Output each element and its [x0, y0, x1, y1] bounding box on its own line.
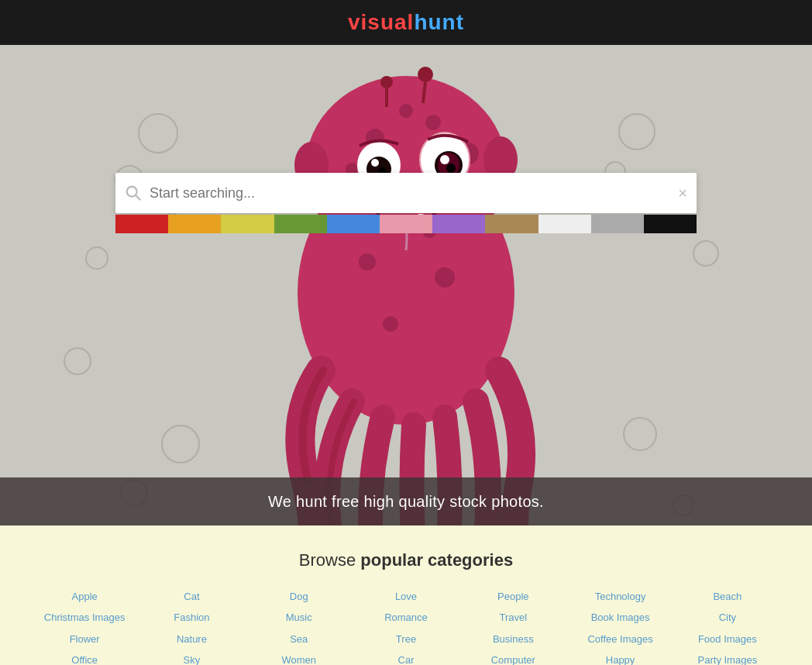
category-link[interactable]: Apple [31, 587, 138, 605]
heading-normal: Browse [299, 550, 360, 570]
category-link[interactable]: Sky [138, 651, 245, 665]
category-link[interactable]: Fashion [138, 608, 245, 626]
category-link[interactable]: Music [246, 608, 353, 626]
category-link[interactable]: Book Images [566, 608, 673, 626]
bubble-decoration [623, 417, 657, 451]
swatch-green[interactable] [274, 215, 327, 233]
svg-point-26 [380, 76, 393, 88]
category-link[interactable]: Sea [246, 630, 353, 648]
swatch-black[interactable] [644, 215, 697, 233]
swatch-orange[interactable] [168, 215, 221, 233]
svg-point-9 [383, 316, 398, 332]
swatch-pink[interactable] [380, 215, 432, 233]
category-link[interactable]: Romance [353, 608, 459, 626]
site-header: visualhunt [0, 0, 812, 45]
category-link[interactable]: Christmas Images [31, 608, 138, 626]
bubble-decoration [138, 113, 178, 153]
swatch-yellow[interactable] [221, 215, 274, 233]
swatch-gray[interactable] [591, 215, 644, 233]
category-link[interactable]: Office [31, 651, 138, 665]
svg-point-17 [446, 164, 456, 173]
search-box: × [115, 173, 697, 213]
svg-line-31 [136, 195, 140, 200]
hero-section: × We hunt free high quality stock photos… [0, 45, 812, 525]
clear-icon[interactable]: × [678, 184, 687, 202]
logo-hunt: hunt [414, 10, 464, 34]
category-link[interactable]: Party Images [674, 651, 781, 665]
category-link[interactable]: Cat [138, 587, 245, 605]
swatch-blue[interactable] [327, 215, 380, 233]
category-link[interactable]: Coffee Images [566, 630, 673, 648]
category-link[interactable]: Happy [566, 651, 673, 665]
category-link[interactable]: City [674, 608, 781, 626]
banner-text: We hunt free high quality stock photos. [0, 477, 812, 525]
swatch-white[interactable] [538, 215, 591, 233]
banner-message: We hunt free high quality stock photos. [268, 493, 544, 511]
category-link[interactable]: Nature [138, 630, 245, 648]
category-link[interactable]: Food Images [674, 630, 781, 648]
bubble-decoration [85, 246, 108, 270]
swatch-purple[interactable] [432, 215, 485, 233]
svg-point-19 [440, 155, 449, 164]
svg-point-3 [425, 115, 441, 130]
category-link[interactable]: Travel [459, 608, 566, 626]
category-link[interactable]: Computer [459, 651, 566, 665]
swatch-brown[interactable] [485, 215, 538, 233]
svg-point-7 [359, 253, 376, 270]
category-link[interactable]: Love [353, 587, 459, 605]
hero-illustration [243, 45, 569, 525]
search-input[interactable] [150, 185, 670, 202]
search-area: × [115, 173, 697, 233]
svg-point-27 [418, 67, 433, 82]
svg-point-18 [371, 159, 379, 167]
category-link[interactable]: Dog [246, 587, 353, 605]
heading-bold: popular categories [360, 550, 513, 570]
category-link[interactable]: Car [353, 651, 459, 665]
category-grid: AppleCatDogLovePeopleTechnologyBeachChri… [31, 587, 781, 665]
bubble-decoration [161, 425, 200, 463]
search-icon [125, 184, 142, 202]
category-link[interactable]: People [459, 587, 566, 605]
color-swatches [115, 215, 697, 233]
category-link[interactable]: Flower [31, 630, 138, 648]
category-link[interactable]: Beach [674, 587, 781, 605]
swatch-red[interactable] [115, 215, 168, 233]
site-logo[interactable]: visualhunt [348, 10, 464, 35]
bubble-decoration [64, 347, 91, 375]
category-link[interactable]: Tree [353, 630, 459, 648]
svg-point-30 [127, 187, 137, 197]
category-link[interactable]: Business [459, 630, 566, 648]
bubble-decoration [618, 113, 655, 150]
categories-section: Browse popular categories AppleCatDogLov… [0, 525, 812, 665]
bubble-decoration [693, 240, 719, 267]
svg-point-8 [435, 267, 455, 288]
category-link[interactable]: Women [246, 651, 353, 665]
category-link[interactable]: Technology [566, 587, 673, 605]
svg-point-6 [399, 104, 413, 118]
logo-visual: visual [348, 10, 414, 34]
categories-heading: Browse popular categories [31, 550, 781, 570]
